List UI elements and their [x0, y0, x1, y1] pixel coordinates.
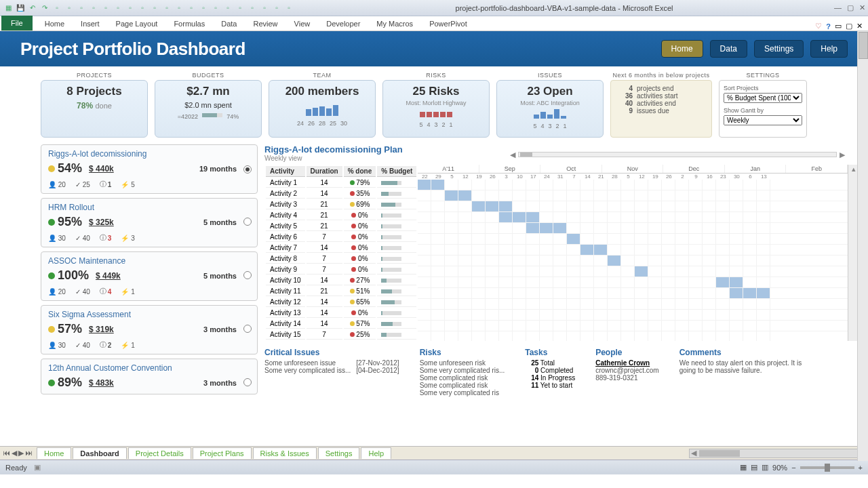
project-radio[interactable]	[243, 271, 252, 279]
project-radio[interactable]	[243, 325, 252, 333]
file-tab[interactable]: File	[1, 16, 33, 30]
nav-help-button[interactable]: Help	[810, 40, 848, 58]
ribbon-tab[interactable]: Home	[37, 17, 73, 30]
ribbon-tab[interactable]: Formulas	[165, 17, 213, 30]
view-layout-icon[interactable]: ▤	[751, 463, 757, 472]
horizontal-scrollbar[interactable]: ◀▶	[689, 449, 865, 458]
tick: 2	[556, 123, 559, 129]
ribbon-restore-icon[interactable]: ▢	[846, 22, 852, 30]
sheet-nav-prev-icon[interactable]: ◀	[12, 449, 17, 458]
qat-icon[interactable]: ▫	[174, 3, 184, 14]
ribbon-tab[interactable]: My Macros	[368, 17, 421, 30]
ribbon-tab[interactable]: Insert	[73, 17, 108, 30]
ribbon-close-icon[interactable]: ✕	[856, 22, 863, 30]
sheet-tab[interactable]: Risks & Issues	[253, 447, 317, 459]
activity-row: Activity 114 79%	[266, 178, 416, 188]
nav-data-button[interactable]: Data	[710, 40, 747, 58]
qat-icon[interactable]: ▫	[259, 3, 270, 14]
gantt-select[interactable]: Weekly	[724, 115, 802, 125]
ribbon-tab[interactable]: Developer	[318, 17, 368, 30]
nav-home-button[interactable]: Home	[661, 40, 703, 58]
kpi-spent: $2.0 mn spent	[161, 101, 256, 109]
sheet-nav-next-icon[interactable]: ▶	[18, 449, 24, 458]
gantt-row	[418, 245, 848, 256]
sheet-tab[interactable]: Project Details	[128, 447, 191, 459]
tick: 1	[450, 121, 453, 128]
zoom-out-icon[interactable]: −	[791, 464, 795, 472]
qat-icon[interactable]: ▫	[235, 3, 245, 14]
scroll-right-icon[interactable]: ▶	[840, 150, 845, 159]
heart-icon[interactable]: ♡	[815, 22, 822, 30]
sheet-nav-first-icon[interactable]: ⏮	[3, 449, 10, 458]
undo-icon[interactable]: ↶	[27, 3, 38, 14]
qat-icon[interactable]: ▫	[283, 3, 294, 14]
tick: 2	[442, 121, 446, 128]
task-count: ✓ 25	[75, 180, 90, 189]
qat-icon[interactable]: ▫	[161, 3, 172, 14]
qat-icon[interactable]: ▫	[125, 3, 136, 14]
project-card[interactable]: HRM Rollout 95% $ 325k 5 months 👤 30 ✓ 4…	[41, 198, 258, 247]
qat-icon[interactable]: ▫	[113, 3, 123, 14]
gantt-row	[418, 180, 848, 190]
qat-icon[interactable]: ▫	[149, 3, 160, 14]
scroll-left-icon[interactable]: ◀	[510, 150, 515, 159]
sheet-nav-last-icon[interactable]: ⏭	[25, 449, 33, 458]
zoom-in-icon[interactable]: +	[859, 464, 863, 472]
qat-icon[interactable]: ▫	[52, 3, 62, 14]
issue-count: ⚡ 3	[121, 233, 134, 243]
scroll-track[interactable]	[518, 152, 837, 157]
sort-select[interactable]: % Budget Spent (100	[724, 93, 802, 103]
ribbon-tab[interactable]: View	[286, 17, 319, 30]
ribbon-min-icon[interactable]: ▭	[835, 22, 842, 30]
ribbon-tab[interactable]: Page Layout	[108, 17, 166, 30]
gantt-row	[418, 331, 848, 341]
ribbon-tab[interactable]: PowerPivot	[421, 17, 475, 30]
sheet-tab[interactable]: Project Plans	[193, 447, 252, 459]
view-break-icon[interactable]: ▥	[762, 463, 768, 472]
section-heading: Critical Issues	[264, 348, 399, 357]
project-radio[interactable]	[243, 218, 252, 226]
close-icon[interactable]: ✕	[859, 3, 865, 12]
qat-icon[interactable]: ▫	[76, 3, 87, 14]
qat-icon[interactable]: ▫	[100, 3, 111, 14]
kpi-value: 200 members	[275, 85, 370, 98]
project-card[interactable]: ASSOC Maintenance 100% $ 449k 5 months 👤…	[41, 251, 258, 301]
help-icon[interactable]: ?	[826, 22, 831, 30]
project-radio[interactable]	[243, 165, 252, 174]
nav-settings-button[interactable]: Settings	[754, 40, 804, 58]
activity-row: Activity 1314 0%	[266, 308, 416, 318]
qat-icon[interactable]: ▫	[88, 3, 99, 14]
save-icon[interactable]: 💾	[15, 3, 26, 14]
issue-count: ⚡ 1	[121, 340, 134, 350]
sheet-tab[interactable]: Home	[37, 447, 71, 459]
kpi-label: SETTINGS	[719, 72, 807, 79]
qat-icon[interactable]: ▫	[247, 3, 258, 14]
zoom-slider[interactable]	[800, 466, 854, 469]
ribbon-tab[interactable]: Review	[245, 17, 285, 30]
qat-icon[interactable]: ▫	[186, 3, 197, 14]
maximize-icon[interactable]: ▢	[847, 3, 854, 12]
minimize-icon[interactable]: —	[834, 3, 842, 12]
project-card[interactable]: Six Sigma Assessment 57% $ 319k 3 months…	[41, 305, 258, 354]
macro-icon[interactable]: ▣	[34, 463, 41, 472]
qat-icon[interactable]: ▫	[222, 3, 233, 14]
gantt-row	[418, 190, 848, 201]
sheet-tab[interactable]: Settings	[318, 447, 360, 459]
sheet-tab[interactable]: Dashboard	[73, 447, 126, 459]
gantt-row	[418, 299, 848, 310]
vertical-scrollbar[interactable]	[857, 31, 868, 461]
qat-icon[interactable]: ▫	[198, 3, 209, 14]
qat-icon[interactable]: ▫	[64, 3, 75, 14]
project-card[interactable]: Riggs-A-lot decomissioning 54% $ 440k 19…	[41, 144, 258, 194]
plan-title: Riggs-A-lot decomissioning Plan	[264, 144, 403, 155]
qat-icon[interactable]: ▫	[210, 3, 221, 14]
kpi-issues: 23 Open Most: ABC Integration 5 4 3 2 1	[496, 80, 604, 138]
qat-icon[interactable]: ▫	[137, 3, 148, 14]
project-radio[interactable]	[243, 378, 252, 386]
redo-icon[interactable]: ↷	[39, 3, 50, 14]
sheet-tab[interactable]: Help	[361, 447, 391, 459]
project-card[interactable]: 12th Annual Customer Convention 89% $ 48…	[41, 359, 258, 394]
view-normal-icon[interactable]: ▦	[740, 463, 747, 472]
ribbon-tab[interactable]: Data	[213, 17, 245, 30]
qat-icon[interactable]: ▫	[271, 3, 282, 14]
